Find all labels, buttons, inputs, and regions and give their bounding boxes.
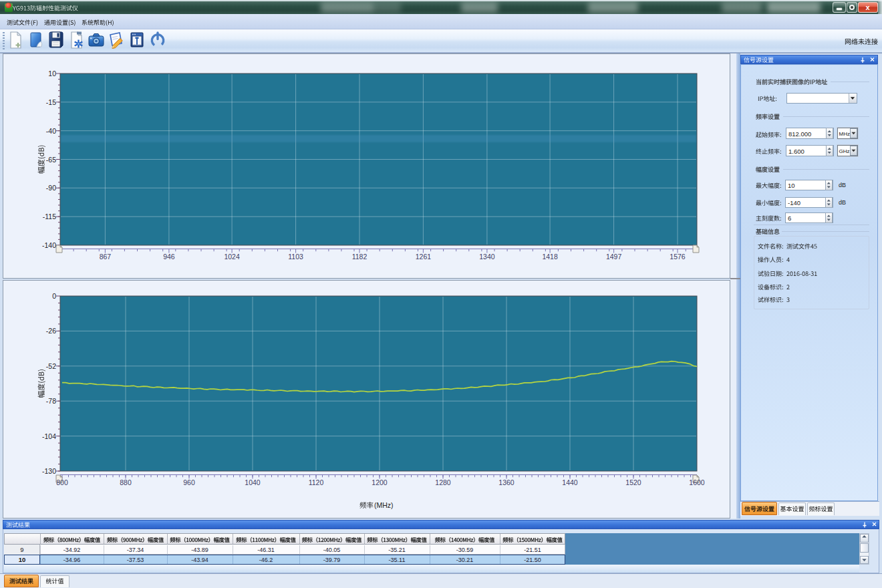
svg-text:-90: -90	[46, 184, 56, 192]
svg-text:1261: 1261	[416, 253, 432, 261]
svg-text:-15: -15	[46, 98, 56, 106]
svg-text:-39.79: -39.79	[323, 557, 341, 563]
svg-text:-46.2: -46.2	[259, 557, 273, 563]
svg-text:-140: -140	[788, 199, 800, 206]
svg-text:10: 10	[788, 182, 795, 189]
svg-text:-35.21: -35.21	[388, 547, 406, 553]
svg-text:1182: 1182	[352, 253, 368, 261]
svg-text:-34.96: -34.96	[63, 557, 81, 563]
svg-text:1418: 1418	[542, 253, 558, 261]
svg-text:1.600: 1.600	[788, 148, 804, 155]
svg-text:-30.21: -30.21	[456, 557, 474, 563]
svg-text:6: 6	[788, 214, 791, 222]
svg-text:1120: 1120	[309, 478, 324, 486]
svg-text:867: 867	[100, 253, 112, 261]
svg-text:800: 800	[56, 478, 68, 486]
svg-text:0: 0	[52, 292, 56, 300]
svg-text:880: 880	[120, 478, 132, 486]
svg-text:1280: 1280	[435, 478, 451, 486]
svg-text:1340: 1340	[479, 253, 495, 261]
svg-text:-65: -65	[46, 156, 56, 164]
svg-text:dB: dB	[839, 199, 846, 206]
svg-text:812.000: 812.000	[788, 130, 811, 138]
svg-text:1576: 1576	[670, 253, 686, 261]
svg-text:-34.92: -34.92	[63, 547, 81, 553]
svg-text:1440: 1440	[562, 478, 578, 486]
svg-text:960: 960	[183, 478, 195, 486]
svg-text:1600: 1600	[689, 478, 705, 486]
svg-text:-37.34: -37.34	[127, 547, 144, 553]
svg-text:-21.50: -21.50	[524, 557, 541, 563]
svg-text:10: 10	[19, 556, 26, 563]
svg-text:(MHz): (MHz)	[374, 501, 394, 509]
svg-text:-30.59: -30.59	[456, 547, 474, 553]
svg-text:-140: -140	[42, 241, 56, 249]
svg-text:-46.31: -46.31	[257, 547, 275, 553]
svg-text:10: 10	[48, 69, 56, 78]
svg-text:-104: -104	[42, 432, 56, 440]
svg-text:dB: dB	[839, 182, 846, 188]
svg-text:-52: -52	[46, 362, 56, 370]
svg-text:-43.94: -43.94	[191, 557, 208, 563]
svg-text:-26: -26	[46, 327, 56, 335]
svg-text:x: x	[865, 3, 870, 11]
svg-text:-115: -115	[43, 212, 56, 220]
svg-text:-35.11: -35.11	[389, 557, 406, 563]
svg-text:GHz: GHz	[839, 148, 850, 154]
svg-text:-40.05: -40.05	[323, 547, 341, 553]
svg-text:MHz: MHz	[839, 131, 850, 137]
svg-text:-78: -78	[46, 397, 56, 405]
svg-text:1360: 1360	[498, 478, 514, 486]
svg-text:1200: 1200	[372, 478, 388, 486]
svg-text:-43.89: -43.89	[191, 547, 208, 553]
svg-text:1520: 1520	[625, 478, 641, 486]
svg-text:-21.51: -21.51	[524, 547, 541, 553]
svg-text:1103: 1103	[288, 253, 303, 261]
svg-text:-40: -40	[46, 127, 56, 135]
svg-text:-37.53: -37.53	[127, 557, 144, 563]
svg-text:1497: 1497	[606, 253, 622, 261]
svg-text:1024: 1024	[224, 253, 240, 261]
svg-text:9: 9	[20, 546, 23, 553]
svg-text:946: 946	[163, 253, 175, 261]
svg-text:-130: -130	[42, 467, 56, 475]
svg-text:1040: 1040	[245, 478, 261, 486]
